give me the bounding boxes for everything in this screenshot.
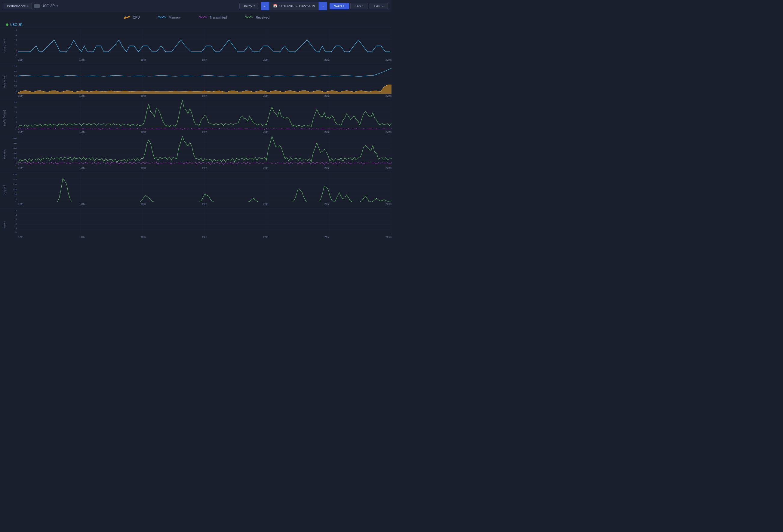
x-tick-label: 18th (140, 94, 146, 97)
x-tick-label: 16th (18, 236, 24, 239)
y-tick: 250 (9, 173, 17, 176)
lan2-tab[interactable]: LAN 2 (370, 3, 388, 9)
chart-svg-dropped (18, 172, 392, 202)
y-tick: 30 (9, 75, 17, 77)
date-range-button[interactable]: 📅 11/16/2019 - 11/22/2019 (269, 2, 319, 10)
svg-marker-0 (123, 15, 130, 19)
y-tick: 0 (9, 126, 17, 129)
x-axis-dropped: 16th17th18th19th20th21st22nd (18, 202, 392, 208)
x-axis-user-count: 16th17th18th19th20th21st22nd (18, 58, 392, 64)
y-ticks-packets: 10M8M6M4M2M0 (9, 136, 18, 166)
x-tick-label: 18th (140, 130, 146, 133)
y-tick: 1 (9, 49, 17, 52)
x-tick-label: 19th (202, 58, 207, 61)
y-tick: 200 (9, 178, 17, 181)
date-range-label: 11/16/2019 - 11/22/2019 (279, 4, 315, 8)
legend-transmitted: Transmitted (199, 15, 227, 20)
y-axis-label-traffic: Traffic [Mbps] (0, 100, 9, 136)
y-axis-label-errors: Errors (0, 208, 9, 241)
device-name: USG 3P (10, 23, 22, 27)
legend-cpu: CPU (122, 15, 140, 20)
x-tick-label: 21st (324, 94, 330, 97)
received-legend-icon (245, 15, 253, 20)
hourly-label: Hourly (243, 4, 252, 8)
prev-date-button[interactable]: ‹ (261, 2, 269, 10)
y-tick: 3 (9, 218, 17, 221)
chart-svg-traffic (18, 100, 392, 130)
x-tick-label: 19th (202, 94, 207, 97)
y-tick: 4 (9, 214, 17, 217)
y-tick: 0 (9, 162, 17, 165)
y-tick: 40 (9, 70, 17, 73)
y-tick: 20 (9, 106, 17, 109)
performance-dropdown[interactable]: Performance ▾ (4, 3, 32, 9)
x-tick-label: 17th (80, 203, 85, 206)
legend-memory: Memory (158, 15, 181, 20)
device-status-dot (6, 24, 8, 26)
y-axis-label-dropped: Dropped (0, 172, 9, 208)
date-navigation: ‹ 📅 11/16/2019 - 11/22/2019 › (261, 2, 327, 10)
wan1-tab[interactable]: WAN 1 (330, 3, 349, 9)
y-tick: 0 (9, 198, 17, 201)
x-tick-label: 19th (202, 236, 207, 239)
y-tick: 25 (9, 101, 17, 104)
y-ticks-usage: 50403020100 (9, 64, 18, 94)
chart-svg-packets (18, 136, 392, 166)
memory-legend-icon (158, 15, 166, 20)
x-axis-packets: 16th17th18th19th20th21st22nd (18, 166, 392, 172)
chart-svg-usage (18, 64, 392, 94)
y-ticks-dropped: 250200150100500 (9, 172, 18, 202)
y-axis-label-user-count: User Count (0, 28, 9, 64)
y-tick: 50 (9, 65, 17, 68)
chart-area-errors: 54321016th17th18th19th20th21st22nd (9, 208, 392, 241)
chart-row-dropped: Dropped25020015010050016th17th18th19th20… (0, 172, 392, 208)
y-tick: 150 (9, 184, 17, 186)
interface-tabs: WAN 1 LAN 1 LAN 2 (330, 3, 388, 9)
x-tick-label: 22nd (385, 94, 392, 97)
y-tick: 2 (9, 223, 17, 225)
x-tick-label: 20th (263, 94, 269, 97)
y-tick: 50 (9, 193, 17, 196)
hourly-chevron-icon: ▾ (253, 4, 255, 7)
chart-svg-wrapper-errors (18, 208, 392, 235)
x-tick-label: 17th (80, 94, 85, 97)
y-tick: 0 (9, 90, 17, 93)
x-tick-label: 18th (140, 203, 146, 206)
x-tick-label: 16th (18, 58, 24, 61)
chart-row-usage: Usage [%]5040302010016th17th18th19th20th… (0, 64, 392, 100)
y-ticks-errors: 543210 (9, 208, 18, 235)
x-tick-label: 19th (202, 167, 207, 169)
lan1-tab[interactable]: LAN 1 (350, 3, 369, 9)
y-axis-label-packets: Packets (0, 136, 9, 172)
chart-area-usage: 5040302010016th17th18th19th20th21st22nd (9, 64, 392, 100)
x-tick-label: 22nd (385, 203, 392, 206)
y-tick: 10M (9, 137, 17, 140)
x-tick-label: 18th (140, 167, 146, 169)
x-tick-label: 21st (324, 167, 330, 169)
device-name-label: USG 3P (41, 4, 55, 8)
x-tick-label: 17th (80, 58, 85, 61)
hourly-section: Hourly ▾ (239, 3, 258, 9)
chart-svg-errors (18, 208, 392, 235)
next-date-button[interactable]: › (319, 2, 327, 10)
x-tick-label: 19th (202, 203, 207, 206)
y-tick: 4 (9, 34, 17, 37)
device-icon (34, 4, 40, 8)
x-tick-label: 21st (324, 58, 330, 61)
chart-row-traffic: Traffic [Mbps]252015105016th17th18th19th… (0, 100, 392, 136)
x-tick-label: 20th (263, 58, 269, 61)
y-tick: 10 (9, 116, 17, 119)
x-tick-label: 16th (18, 167, 24, 169)
x-axis-traffic: 16th17th18th19th20th21st22nd (18, 130, 392, 136)
legend-received: Received (245, 15, 270, 20)
x-tick-label: 22nd (385, 58, 392, 61)
x-tick-label: 18th (140, 58, 146, 61)
x-tick-label: 18th (140, 236, 146, 239)
device-row: USG 3P (0, 22, 392, 28)
y-tick: 2M (9, 157, 17, 160)
y-tick: 10 (9, 85, 17, 88)
x-tick-label: 21st (324, 203, 330, 206)
y-ticks-user-count: 543210 (9, 28, 18, 58)
hourly-dropdown[interactable]: Hourly ▾ (239, 3, 258, 9)
calendar-icon: 📅 (273, 4, 277, 8)
